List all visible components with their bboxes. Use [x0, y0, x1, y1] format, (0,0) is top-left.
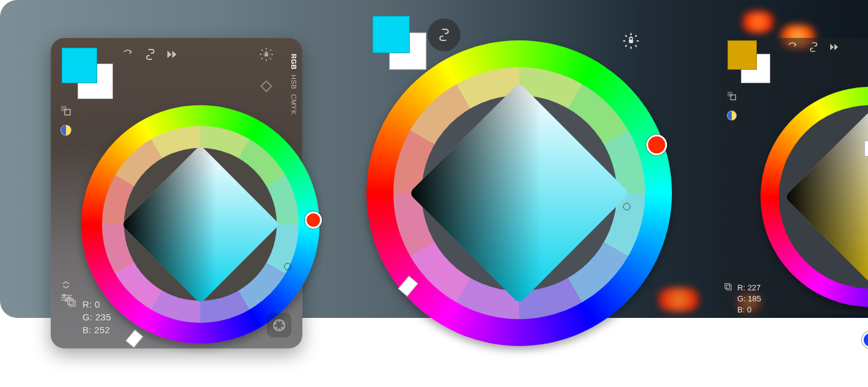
fg-bg-swatches[interactable]	[728, 40, 770, 83]
color-wheel[interactable]	[81, 105, 319, 344]
complementary-hue-indicator[interactable]	[305, 212, 322, 229]
complementary-hue-indicator[interactable]	[862, 331, 868, 348]
tab-rgb[interactable]: RGB	[290, 51, 297, 72]
glow	[654, 287, 703, 312]
fast-forward-icon[interactable]	[166, 48, 179, 61]
link-icon[interactable]	[144, 48, 157, 61]
copy-icon[interactable]	[724, 282, 732, 315]
svg-rect-19	[728, 92, 732, 97]
hue-indicator[interactable]	[864, 141, 868, 157]
color-wheel-icon[interactable]	[267, 313, 291, 337]
svg-rect-3	[61, 106, 67, 111]
rgb-readout: R: 227 G: 185 B: 0	[724, 282, 761, 315]
svg-point-16	[275, 327, 277, 329]
svg-point-9	[68, 297, 70, 299]
g-value: 235	[95, 312, 111, 322]
svg-point-13	[282, 323, 284, 325]
svg-rect-2	[261, 81, 272, 92]
svg-rect-22	[725, 284, 730, 289]
g-label: G:	[737, 294, 746, 303]
tab-cmyk[interactable]: CMYK	[290, 92, 297, 117]
foreground-swatch[interactable]	[728, 40, 757, 70]
foreground-swatch[interactable]	[62, 48, 97, 83]
svg-point-12	[279, 320, 280, 322]
brightness-lock-icon[interactable]	[258, 46, 274, 62]
color-mode-tabs[interactable]: RGB HSB CMYK	[290, 51, 297, 117]
svg-point-17	[275, 323, 277, 325]
r-value: 0	[95, 299, 100, 309]
tab-hsb[interactable]: HSB	[290, 72, 297, 92]
link-icon[interactable]	[807, 40, 820, 54]
link-icon[interactable]	[428, 18, 461, 51]
sliders-icon[interactable]	[60, 293, 73, 302]
b-label: B:	[82, 325, 92, 335]
color-wheel-floating[interactable]	[367, 40, 672, 346]
color-panel-right: R: 227 G: 185 B: 0	[721, 38, 868, 314]
b-value: 252	[94, 325, 110, 335]
swap-colors-icon[interactable]	[122, 48, 135, 61]
sv-picker-cursor[interactable]	[623, 203, 630, 210]
r-value: 227	[748, 283, 761, 292]
fg-bg-swatches[interactable]	[62, 48, 113, 99]
brightness-lock-icon[interactable]	[622, 32, 640, 50]
swap-colors-icon[interactable]	[786, 40, 800, 54]
r-label: R:	[82, 299, 92, 309]
svg-point-14	[282, 327, 283, 329]
svg-rect-18	[629, 40, 633, 43]
fast-forward-icon[interactable]	[828, 40, 841, 54]
svg-point-10	[65, 299, 67, 301]
hue-indicator[interactable]	[125, 330, 143, 348]
rgb-readout: R: 0 G: 235 B: 252	[67, 298, 111, 336]
g-value: 185	[748, 294, 761, 303]
svg-point-8	[63, 294, 65, 297]
svg-rect-23	[726, 285, 731, 290]
g-label: G:	[82, 312, 92, 322]
complementary-hue-indicator[interactable]	[646, 135, 667, 155]
color-panel-docked: RGB HSB CMYK	[51, 38, 302, 348]
b-label: B:	[737, 305, 745, 314]
sv-picker-cursor[interactable]	[284, 263, 291, 270]
diamond-icon[interactable]	[258, 78, 274, 94]
default-swatches-icon[interactable]	[59, 104, 73, 117]
svg-point-15	[279, 329, 280, 331]
fg-bg-swatches-floating[interactable]	[373, 16, 426, 70]
b-value: 0	[747, 305, 751, 314]
color-wheel[interactable]	[760, 87, 868, 307]
svg-rect-1	[265, 54, 268, 57]
hue-split-icon[interactable]	[59, 123, 73, 137]
foreground-swatch[interactable]	[373, 16, 410, 53]
collapse-icon[interactable]	[60, 281, 73, 289]
glow	[740, 11, 776, 33]
r-label: R:	[737, 283, 745, 292]
default-swatches-icon[interactable]	[725, 89, 739, 103]
hue-split-icon[interactable]	[725, 109, 739, 122]
